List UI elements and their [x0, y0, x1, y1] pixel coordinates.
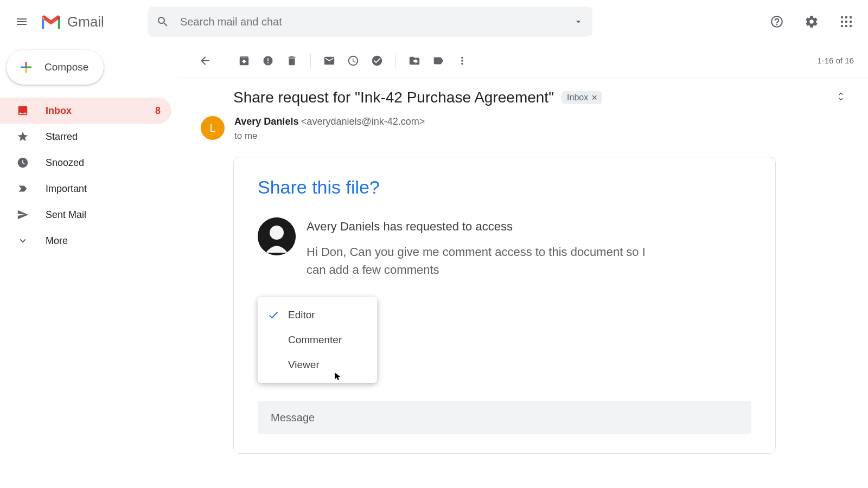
task-add-icon [371, 55, 383, 67]
avatar-letter: L [209, 122, 215, 134]
inbox-icon [16, 105, 29, 117]
back-button[interactable] [193, 49, 217, 73]
option-label: Viewer [288, 359, 320, 371]
recipient-line: to me [234, 131, 425, 142]
email-subject: Share request for "Ink-42 Purchase Agree… [233, 89, 554, 106]
settings-button[interactable] [799, 9, 825, 35]
nav-label: Important [46, 183, 87, 195]
nav-label: Inbox [46, 105, 72, 117]
more-vert-icon [456, 55, 468, 67]
nav-label: Sent Mail [46, 209, 86, 221]
gmail-logo-text: Gmail [67, 14, 104, 30]
apps-button[interactable] [833, 9, 859, 35]
sidebar-item-inbox[interactable]: Inbox 8 [0, 98, 171, 124]
svg-point-1 [270, 226, 284, 240]
search-input[interactable] [180, 16, 573, 28]
role-option-commenter[interactable]: Commenter [258, 328, 377, 352]
archive-button[interactable] [232, 49, 256, 73]
more-button[interactable] [450, 49, 474, 73]
trash-icon [286, 55, 298, 67]
sidebar-item-starred[interactable]: Starred [0, 124, 171, 150]
delete-button[interactable] [280, 49, 304, 73]
request-line: Avery Daniels has requested to access [307, 217, 659, 235]
apps-grid-icon [841, 16, 852, 27]
compose-label: Compose [44, 61, 88, 73]
search-options-icon[interactable] [573, 16, 584, 27]
sidebar-item-sent[interactable]: Sent Mail [0, 202, 171, 228]
help-icon [770, 15, 784, 29]
nav-label: Snoozed [46, 157, 84, 169]
snooze-button[interactable] [341, 49, 365, 73]
mail-icon [323, 55, 335, 67]
sidebar-item-snoozed[interactable]: Snoozed [0, 150, 171, 176]
hamburger-icon [15, 15, 28, 28]
option-label: Editor [288, 309, 315, 321]
role-dropdown-menu: Editor Commenter Viewer [258, 297, 377, 383]
requester-avatar [258, 217, 296, 255]
remove-label-icon[interactable]: ✕ [591, 93, 598, 102]
expand-collapse-button[interactable] [835, 91, 846, 104]
share-message-input[interactable]: Message [258, 401, 751, 434]
clock-icon [16, 157, 29, 169]
sender-name: Avery Daniels [234, 116, 298, 127]
report-spam-button[interactable] [256, 49, 280, 73]
archive-icon [238, 55, 250, 67]
option-label: Commenter [288, 334, 342, 346]
sender-email: <averydaniels@ink-42.com> [301, 116, 425, 127]
chevron-down-icon [16, 235, 29, 247]
mark-unread-button[interactable] [317, 49, 341, 73]
share-request-card: Share this file? Avery Daniels has reque… [233, 157, 776, 454]
move-to-button[interactable] [403, 49, 426, 73]
sidebar-item-important[interactable]: Important [0, 176, 171, 202]
folder-move-icon [409, 55, 420, 67]
gmail-logo-icon [39, 10, 63, 34]
arrow-back-icon [199, 54, 212, 67]
role-option-viewer[interactable]: Viewer [258, 352, 377, 377]
label-icon [432, 55, 444, 67]
search-icon [156, 15, 169, 28]
label-chip[interactable]: Inbox ✕ [561, 91, 602, 104]
nav-label: More [46, 235, 68, 247]
sidebar: Compose Inbox 8 Starred Snoozed Importan… [0, 43, 179, 488]
label-text: Inbox [567, 93, 588, 102]
gear-icon [805, 15, 819, 29]
message-placeholder: Message [271, 412, 315, 424]
message-toolbar: 1-16 of 16 [179, 43, 868, 78]
star-icon [16, 131, 29, 143]
send-icon [16, 209, 29, 221]
plus-icon [16, 57, 36, 77]
check-icon [267, 309, 279, 321]
gmail-logo[interactable]: Gmail [39, 10, 104, 34]
sidebar-item-more[interactable]: More [0, 228, 171, 254]
message-count: 1-16 of 16 [817, 56, 854, 65]
inbox-count: 8 [155, 105, 161, 117]
search-box[interactable] [148, 7, 592, 37]
clock-outline-icon [347, 55, 359, 67]
share-card-title: Share this file? [258, 177, 751, 198]
labels-button[interactable] [426, 49, 450, 73]
request-message: Hi Don, Can you give me comment access t… [307, 243, 659, 279]
role-option-editor[interactable]: Editor [258, 303, 377, 328]
spam-icon [262, 55, 274, 67]
add-to-tasks-button[interactable] [365, 49, 389, 73]
compose-button[interactable]: Compose [7, 50, 104, 85]
sender-avatar[interactable]: L [201, 116, 225, 140]
support-button[interactable] [764, 9, 790, 35]
main-menu-button[interactable] [9, 9, 35, 35]
unfold-icon [835, 91, 846, 102]
important-icon [16, 183, 29, 195]
nav-label: Starred [46, 131, 78, 143]
